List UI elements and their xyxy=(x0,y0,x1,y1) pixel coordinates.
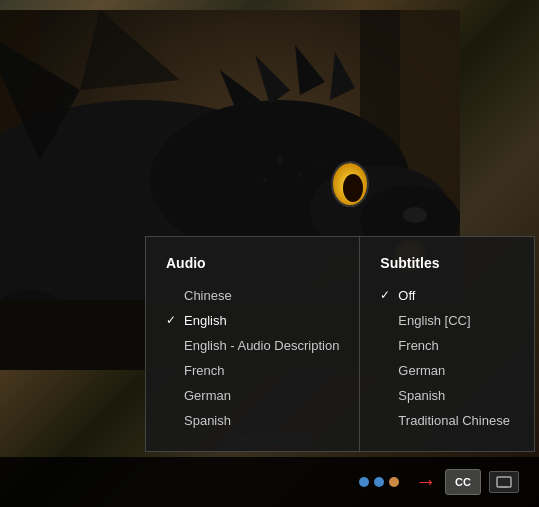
svg-rect-29 xyxy=(497,477,511,487)
subtitles-section: Subtitles Off English [CC] French German… xyxy=(359,237,534,451)
subtitle-off[interactable]: Off xyxy=(380,283,514,308)
subtitle-english-cc[interactable]: English [CC] xyxy=(380,308,514,333)
subtitle-german[interactable]: German xyxy=(380,358,514,383)
av-settings-dropdown: Audio Chinese English English - Audio De… xyxy=(145,236,535,452)
audio-german[interactable]: German xyxy=(166,383,339,408)
dot-3 xyxy=(389,477,399,487)
audio-spanish[interactable]: Spanish xyxy=(166,408,339,433)
subtitle-button-label: CC xyxy=(455,476,471,488)
audio-chinese[interactable]: Chinese xyxy=(166,283,339,308)
svg-point-14 xyxy=(343,174,363,202)
svg-point-18 xyxy=(298,173,302,177)
svg-point-19 xyxy=(263,178,267,182)
dot-1 xyxy=(359,477,369,487)
audio-english-description[interactable]: English - Audio Description xyxy=(166,333,339,358)
audio-english[interactable]: English xyxy=(166,308,339,333)
dot-2 xyxy=(374,477,384,487)
subtitle-french[interactable]: French xyxy=(380,333,514,358)
subtitle-spanish[interactable]: Spanish xyxy=(380,383,514,408)
audio-french[interactable]: French xyxy=(166,358,339,383)
screen-icon xyxy=(496,476,512,488)
audio-section-title: Audio xyxy=(166,255,339,271)
screen-mode-button[interactable] xyxy=(489,471,519,493)
svg-point-17 xyxy=(277,157,283,163)
subtitle-traditional-chinese[interactable]: Traditional Chinese xyxy=(380,408,514,433)
subtitles-section-title: Subtitles xyxy=(380,255,514,271)
player-controls: → CC xyxy=(0,457,539,507)
dot-indicators xyxy=(359,477,399,487)
svg-point-20 xyxy=(318,163,322,167)
subtitle-toggle-button[interactable]: CC xyxy=(445,469,481,495)
audio-section: Audio Chinese English English - Audio De… xyxy=(146,237,359,451)
arrow-icon: → xyxy=(415,471,437,493)
svg-point-16 xyxy=(403,207,427,223)
